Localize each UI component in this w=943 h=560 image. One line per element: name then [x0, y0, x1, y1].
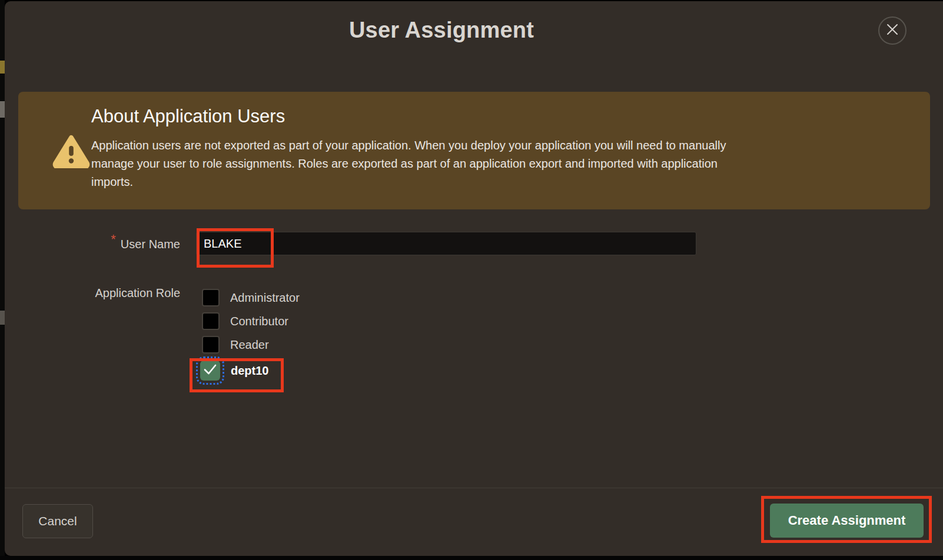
checkmark-icon	[203, 364, 217, 378]
banner-body-line: manage your user to role assignments. Ro…	[91, 155, 726, 173]
administrator-checkbox-label: Administrator	[230, 291, 300, 305]
banner-body-line: imports.	[91, 173, 726, 191]
background-fragment	[0, 101, 5, 118]
background-fragment	[0, 61, 5, 74]
banner-body-line: Application users are not exported as pa…	[91, 136, 726, 155]
reader-checkbox[interactable]	[202, 336, 220, 354]
background-bottom-sliver	[0, 556, 943, 560]
dept10-checkbox-label: dept10	[231, 364, 268, 378]
close-icon	[886, 23, 899, 38]
role-option-contributor: Contributor	[202, 312, 288, 330]
warning-triangle-icon	[51, 133, 91, 171]
banner-body: Application users are not exported as pa…	[91, 136, 726, 191]
about-application-users-banner: About Application Users Application user…	[18, 92, 930, 209]
dept10-checkbox[interactable]	[200, 361, 220, 381]
application-role-label: Application Role	[5, 284, 180, 302]
administrator-checkbox[interactable]	[202, 289, 220, 306]
create-assignment-button[interactable]: Create Assignment	[770, 504, 924, 538]
close-button[interactable]	[878, 16, 907, 45]
required-marker: *	[111, 232, 116, 246]
role-option-dept10: dept10	[200, 361, 268, 381]
role-option-administrator: Administrator	[202, 289, 300, 306]
role-option-reader: Reader	[202, 336, 269, 354]
contributor-checkbox[interactable]	[202, 312, 220, 330]
reader-checkbox-label: Reader	[230, 338, 269, 352]
user-assignment-dialog: User Assignment About Application Users …	[5, 1, 943, 556]
contributor-checkbox-label: Contributor	[230, 315, 288, 328]
footer-divider	[5, 488, 943, 488]
background-page-sliver	[0, 0, 5, 560]
user-name-label-text: User Name	[121, 238, 180, 251]
cancel-button[interactable]: Cancel	[22, 504, 93, 538]
user-name-input[interactable]	[196, 232, 696, 255]
background-fragment	[0, 311, 5, 325]
user-name-label: *User Name	[5, 235, 180, 253]
dialog-title: User Assignment	[5, 18, 878, 43]
banner-heading: About Application Users	[91, 106, 285, 127]
